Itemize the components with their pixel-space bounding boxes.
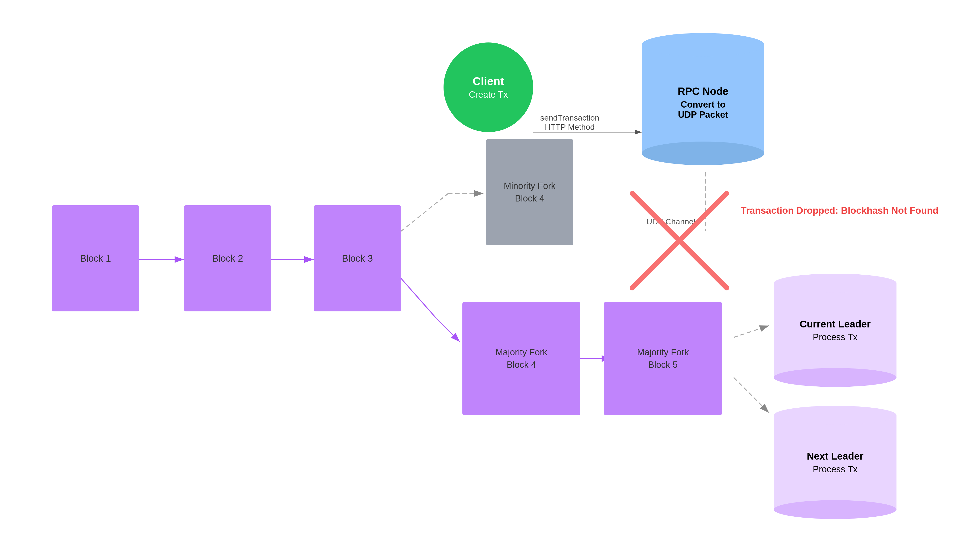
svg-line-7 xyxy=(401,278,436,318)
minority-fork-block-4: Minority Fork Block 4 xyxy=(486,139,573,245)
majority-fork-block-4: Majority Fork Block 4 xyxy=(462,302,581,415)
block-2: Block 2 xyxy=(184,205,271,312)
svg-line-5 xyxy=(401,194,448,231)
majority-fork-block-5: Majority Fork Block 5 xyxy=(604,302,722,415)
client-title: Client xyxy=(473,75,504,88)
svg-line-12 xyxy=(734,326,769,337)
next-leader-cylinder: Next Leader Process Tx xyxy=(774,406,896,519)
current-leader-cylinder: Current Leader Process Tx xyxy=(774,274,896,387)
block-3: Block 3 xyxy=(314,205,401,312)
client-circle: Client Create Tx xyxy=(444,43,533,132)
next-leader-title: Next Leader xyxy=(807,451,864,462)
current-leader-title: Current Leader xyxy=(800,318,870,330)
diagram: Block 1 Block 2 Block 3 Minority Fork Bl… xyxy=(0,0,980,536)
current-leader-subtitle: Process Tx xyxy=(813,332,858,342)
rpc-node-title: RPC Node xyxy=(678,85,728,97)
send-transaction-label: sendTransaction HTTP Method xyxy=(540,113,599,132)
block-1: Block 1 xyxy=(52,205,139,312)
rpc-node-cylinder: RPC Node Convert to UDP Packet xyxy=(642,33,764,165)
cross-icon xyxy=(618,179,741,302)
svg-line-8 xyxy=(436,318,460,342)
next-leader-subtitle: Process Tx xyxy=(813,464,858,474)
error-label: Transaction Dropped: Blockhash Not Found xyxy=(741,205,939,216)
svg-line-13 xyxy=(734,377,769,413)
client-subtitle: Create Tx xyxy=(469,90,508,100)
rpc-node-subtitle: Convert to UDP Packet xyxy=(678,100,728,120)
